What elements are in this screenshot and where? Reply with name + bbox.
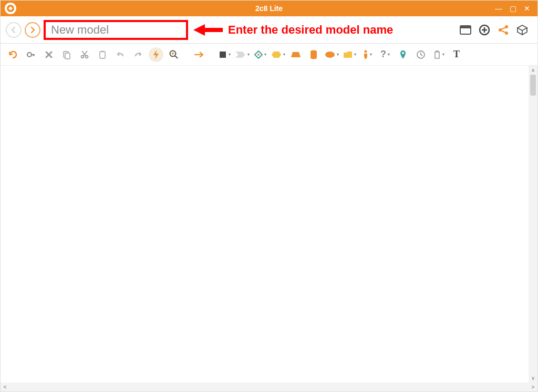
title-bar: 2c8 Lite — ▢ ✕ xyxy=(1,1,537,16)
toolbar: ▾ ▾ ▾ ▾ ▾ ▾ ▾ ?▾ ▾ T xyxy=(1,44,537,66)
trapezoid-shape-tool[interactable] xyxy=(288,47,303,62)
scroll-right-button[interactable]: > xyxy=(529,383,537,391)
scroll-up-button[interactable]: ∧ xyxy=(529,66,537,75)
svg-point-4 xyxy=(505,25,508,28)
cube-button[interactable] xyxy=(515,23,529,37)
top-bar: Enter the desired model name xyxy=(1,16,537,44)
svg-point-11 xyxy=(86,55,88,58)
add-button[interactable] xyxy=(478,23,491,37)
square-shape-tool[interactable]: ▾ xyxy=(217,47,232,62)
close-button[interactable]: ✕ xyxy=(524,5,530,12)
svg-rect-12 xyxy=(100,51,105,58)
app-window: 2c8 Lite — ▢ ✕ Enter the desired model n… xyxy=(0,0,538,392)
annotation-text: Enter the desired model name xyxy=(228,23,393,37)
top-actions xyxy=(459,23,532,37)
svg-point-10 xyxy=(81,55,84,58)
share-button[interactable] xyxy=(496,23,510,37)
pin-tool[interactable] xyxy=(396,47,410,62)
folder-shape-tool[interactable]: ▾ xyxy=(342,47,357,62)
panel-toggle-button[interactable] xyxy=(459,23,472,37)
vertical-scrollbar[interactable]: ∧ ∨ xyxy=(529,66,537,383)
minimize-button[interactable]: — xyxy=(495,5,502,12)
forward-button[interactable] xyxy=(25,22,40,38)
canvas[interactable]: ∧ ∨ < > xyxy=(1,66,537,391)
app-logo-icon xyxy=(5,3,16,14)
svg-point-18 xyxy=(325,51,335,58)
arrow-tool[interactable] xyxy=(192,47,206,62)
cylinder-shape-tool[interactable] xyxy=(306,47,321,62)
svg-point-19 xyxy=(364,50,367,53)
maximize-button[interactable]: ▢ xyxy=(510,5,516,12)
delete-button[interactable] xyxy=(42,47,56,62)
svg-point-16 xyxy=(257,54,260,56)
diamond-shape-tool[interactable]: ▾ xyxy=(253,47,267,62)
refresh-button[interactable] xyxy=(6,47,20,62)
svg-rect-2 xyxy=(460,26,471,28)
window-controls: — ▢ ✕ xyxy=(495,5,537,12)
model-name-field-wrap xyxy=(44,20,188,40)
key-button[interactable] xyxy=(24,47,38,62)
svg-rect-13 xyxy=(101,50,104,52)
paste-button[interactable] xyxy=(95,47,110,62)
chevron-shape-tool[interactable]: ▾ xyxy=(235,47,250,62)
scroll-down-button[interactable]: ∨ xyxy=(529,374,537,383)
svg-rect-9 xyxy=(65,53,70,59)
history-nav xyxy=(6,22,40,38)
zoom-in-button[interactable] xyxy=(167,47,181,62)
annotation-callout: Enter the desired model name xyxy=(193,23,393,37)
svg-point-5 xyxy=(499,28,502,32)
app-title: 2c8 Lite xyxy=(1,4,537,13)
horizontal-scrollbar[interactable]: < > xyxy=(1,383,537,391)
annotation-arrow-icon xyxy=(193,24,223,36)
copy-button[interactable] xyxy=(59,47,74,62)
text-tool[interactable]: T xyxy=(449,47,464,62)
vertical-scroll-thumb[interactable] xyxy=(530,75,536,96)
scroll-left-button[interactable]: < xyxy=(1,383,9,391)
svg-point-7 xyxy=(27,53,32,57)
svg-point-6 xyxy=(505,32,508,35)
svg-rect-15 xyxy=(220,51,226,58)
ellipse-shape-tool[interactable]: ▾ xyxy=(324,47,339,62)
person-shape-tool[interactable]: ▾ xyxy=(360,47,375,62)
redo-button[interactable] xyxy=(131,47,146,62)
svg-point-20 xyxy=(402,52,404,54)
undo-button[interactable] xyxy=(113,47,128,62)
bolt-button[interactable] xyxy=(149,47,163,62)
hexagon-shape-tool[interactable]: ▾ xyxy=(271,47,285,62)
model-name-input[interactable] xyxy=(44,20,188,40)
clock-tool[interactable] xyxy=(413,47,428,62)
question-tool[interactable]: ?▾ xyxy=(378,47,392,62)
cut-button[interactable] xyxy=(77,47,92,62)
back-button[interactable] xyxy=(6,22,22,38)
trash-tool[interactable]: ▾ xyxy=(431,47,446,62)
